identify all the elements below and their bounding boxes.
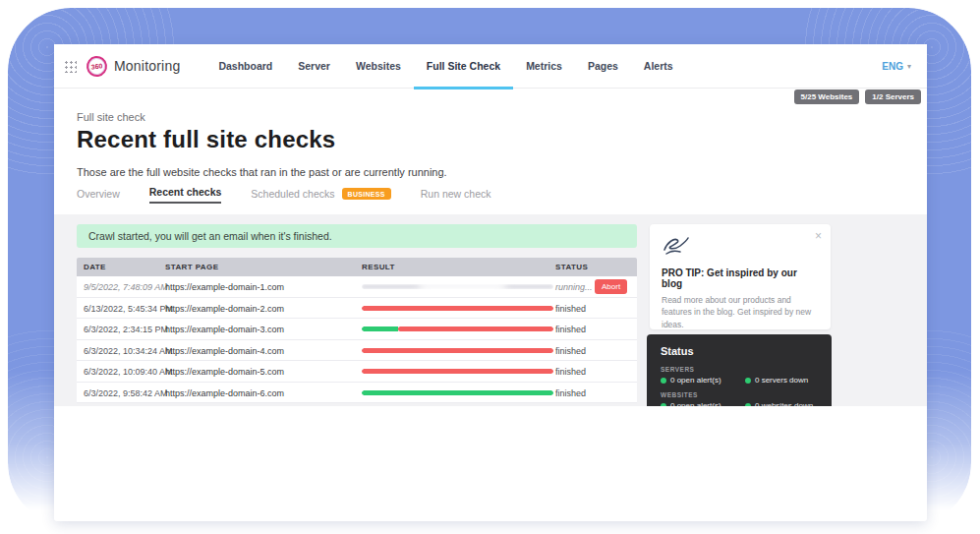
green-status-dot-icon bbox=[661, 403, 666, 407]
progress-bar bbox=[362, 369, 553, 374]
tab-scheduled-checks[interactable]: Scheduled checks BUSINESS bbox=[251, 188, 390, 202]
green-status-dot-icon bbox=[745, 378, 751, 384]
col-header-result: RESULT bbox=[362, 263, 395, 271]
progress-bar bbox=[362, 348, 553, 353]
status-section-websites-label: WEBSITES bbox=[661, 391, 818, 398]
pro-tip-body: Read more about our products and feature… bbox=[662, 294, 819, 330]
checks-table: DATE START PAGE RESULT STATUS 9/5/2022, … bbox=[77, 258, 637, 403]
status-item-label: 0 open alert(s) bbox=[670, 376, 721, 385]
status-panel: Status SERVERS 0 open alert(s) 0 servers… bbox=[647, 334, 832, 406]
nav-menu: Dashboard Server Websites Full Site Chec… bbox=[205, 44, 685, 89]
cell-start-page: https://example-domain-1.com bbox=[165, 282, 284, 292]
pro-tip-title: PRO TIP: Get inspired by our blog bbox=[662, 267, 819, 289]
status-item: 0 servers down bbox=[745, 376, 818, 385]
table-row[interactable]: 6/3/2022, 2:34:15 PM https://example-dom… bbox=[77, 319, 637, 340]
progress-error-segment bbox=[362, 369, 553, 374]
table-row[interactable]: 9/5/2022, 7:48:09 AM https://example-dom… bbox=[77, 276, 637, 298]
progress-success-segment bbox=[362, 390, 553, 395]
breadcrumb: Full site check bbox=[77, 111, 145, 123]
status-item: 0 open alert(s) bbox=[661, 376, 745, 385]
green-status-dot-icon bbox=[745, 403, 751, 407]
table-row[interactable]: 6/3/2022, 10:34:24 AM https://example-do… bbox=[77, 340, 637, 362]
cell-start-page: https://example-domain-3.com bbox=[165, 325, 284, 334]
cell-status: finished bbox=[555, 388, 586, 398]
cell-status: finished bbox=[555, 367, 586, 377]
usage-counters: 5/25 Websites 1/2 Servers bbox=[794, 89, 921, 104]
progress-bar bbox=[362, 326, 553, 331]
progress-error-segment bbox=[362, 306, 553, 311]
nav-item-websites[interactable]: Websites bbox=[343, 44, 414, 89]
sub-tabs: Overview Recent checks Scheduled checks … bbox=[77, 175, 902, 214]
nav-item-pages[interactable]: Pages bbox=[575, 44, 631, 89]
language-label: ENG bbox=[882, 61, 903, 72]
table-row[interactable]: 6/3/2022, 10:09:40 AM https://example-do… bbox=[77, 361, 637, 383]
cell-status: finished bbox=[555, 304, 586, 314]
content-section: Crawl started, you will get an email whe… bbox=[54, 214, 927, 406]
progress-bar bbox=[362, 284, 553, 289]
abort-button[interactable]: Abort bbox=[595, 279, 627, 294]
brand-logo-360[interactable]: 360 bbox=[86, 54, 109, 78]
table-row[interactable]: 6/13/2022, 5:45:34 PM https://example-do… bbox=[77, 298, 637, 320]
cell-start-page: https://example-domain-6.com bbox=[165, 388, 284, 398]
servers-counter-badge[interactable]: 1/2 Servers bbox=[865, 89, 921, 104]
app-grid-icon[interactable] bbox=[64, 60, 77, 73]
status-section-websites: 0 open alert(s) 0 websites down bbox=[661, 401, 818, 406]
green-status-dot-icon bbox=[661, 378, 666, 384]
chevron-down-icon: ▾ bbox=[907, 62, 911, 71]
cell-date: 6/3/2022, 2:34:15 PM bbox=[84, 325, 168, 334]
nav-item-alerts[interactable]: Alerts bbox=[631, 44, 686, 89]
marketing-canvas: 360 Monitoring Dashboard Server Websites… bbox=[0, 0, 980, 534]
page-title: Recent full site checks bbox=[77, 126, 335, 153]
status-item-label: 0 open alert(s) bbox=[670, 401, 721, 406]
alert-message: Crawl started, you will get an email whe… bbox=[88, 230, 332, 242]
progress-track-blurred bbox=[362, 284, 553, 289]
brand-name: Monitoring bbox=[114, 58, 180, 74]
status-item: 0 open alert(s) bbox=[661, 401, 745, 406]
cell-status: finished bbox=[555, 325, 586, 334]
cell-date: 9/5/2022, 7:48:09 AM bbox=[84, 282, 168, 292]
tab-scheduled-label: Scheduled checks bbox=[251, 188, 334, 200]
status-item: 0 websites down bbox=[745, 401, 818, 406]
nav-item-metrics[interactable]: Metrics bbox=[513, 44, 575, 89]
close-icon[interactable]: × bbox=[815, 229, 822, 243]
status-section-servers: 0 open alert(s) 0 servers down bbox=[661, 376, 818, 385]
cell-status: finished bbox=[555, 346, 586, 356]
app-window: 360 Monitoring Dashboard Server Websites… bbox=[54, 44, 927, 521]
cell-date: 6/3/2022, 10:34:24 AM bbox=[84, 346, 173, 356]
status-item-label: 0 websites down bbox=[755, 401, 813, 406]
status-panel-title: Status bbox=[661, 345, 818, 357]
nav-item-full-site-check[interactable]: Full Site Check bbox=[414, 44, 513, 89]
status-section-servers-label: SERVERS bbox=[661, 366, 818, 373]
cell-start-page: https://example-domain-4.com bbox=[165, 346, 284, 356]
nav-item-server[interactable]: Server bbox=[285, 44, 343, 89]
progress-bar bbox=[362, 390, 553, 395]
table-header-row: DATE START PAGE RESULT STATUS bbox=[77, 258, 637, 276]
cell-start-page: https://example-domain-2.com bbox=[165, 304, 284, 314]
col-header-date: DATE bbox=[84, 263, 106, 271]
top-navbar: 360 Monitoring Dashboard Server Websites… bbox=[54, 44, 927, 89]
cell-date: 6/13/2022, 5:45:34 PM bbox=[84, 304, 173, 314]
col-header-status: STATUS bbox=[555, 263, 588, 271]
business-plan-badge: BUSINESS bbox=[342, 188, 391, 200]
cell-date: 6/3/2022, 10:09:40 AM bbox=[84, 367, 173, 377]
progress-error-segment bbox=[362, 348, 553, 353]
nav-item-dashboard[interactable]: Dashboard bbox=[205, 44, 285, 89]
tab-recent-checks[interactable]: Recent checks bbox=[149, 186, 222, 204]
col-header-start-page: START PAGE bbox=[165, 263, 218, 271]
progress-error-segment bbox=[398, 326, 553, 331]
status-item-label: 0 servers down bbox=[755, 376, 808, 385]
tab-overview[interactable]: Overview bbox=[77, 188, 120, 202]
language-selector[interactable]: ENG ▾ bbox=[882, 61, 911, 72]
cell-start-page: https://example-domain-5.com bbox=[165, 367, 284, 377]
success-alert: Crawl started, you will get an email whe… bbox=[77, 224, 637, 248]
websites-counter-badge[interactable]: 5/25 Websites bbox=[794, 89, 860, 104]
progress-success-segment bbox=[362, 326, 398, 331]
tab-run-new-check[interactable]: Run new check bbox=[421, 188, 491, 202]
doodle-sketch-icon bbox=[662, 234, 691, 258]
table-row[interactable]: 6/3/2022, 9:58:42 AM https://example-dom… bbox=[77, 383, 637, 404]
progress-bar bbox=[362, 306, 553, 311]
pro-tip-card: × PRO TIP: Get inspired by our blog Read… bbox=[650, 224, 831, 329]
cell-date: 6/3/2022, 9:58:42 AM bbox=[84, 388, 168, 398]
